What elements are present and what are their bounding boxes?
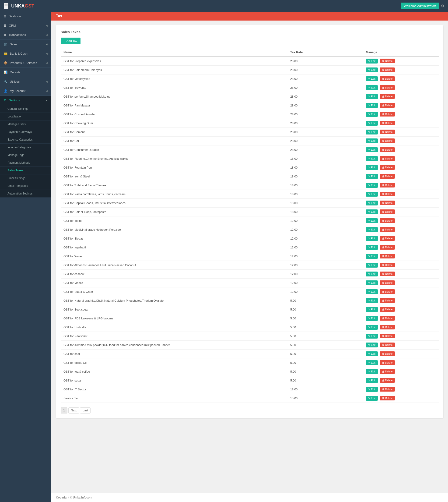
delete-button[interactable]: 🗑 Delete: [380, 112, 395, 117]
edit-button[interactable]: ✎ Edit: [366, 271, 378, 276]
edit-button[interactable]: ✎ Edit: [366, 369, 378, 374]
delete-button[interactable]: 🗑 Delete: [380, 334, 395, 338]
welcome-button[interactable]: Welcome Administrator!: [401, 2, 439, 9]
edit-button[interactable]: ✎ Edit: [366, 289, 378, 294]
edit-button[interactable]: ✎ Edit: [366, 85, 378, 90]
topbar-settings-icon[interactable]: ⚙: [441, 4, 444, 8]
edit-button[interactable]: ✎ Edit: [366, 156, 378, 161]
delete-button[interactable]: 🗑 Delete: [380, 103, 395, 108]
submenu-automation-settings[interactable]: Automation Settings: [0, 190, 51, 198]
submenu-general-settings[interactable]: General Settings: [0, 105, 51, 113]
submenu-sales-taxes[interactable]: Sales Taxes: [0, 167, 51, 174]
sidebar-item-settings[interactable]: ⚙ Settings ▼: [0, 96, 51, 105]
submenu-email-settings[interactable]: Email Settings: [0, 174, 51, 182]
edit-button[interactable]: ✎ Edit: [366, 236, 378, 241]
delete-button[interactable]: 🗑 Delete: [380, 387, 395, 392]
add-tax-button[interactable]: + Add Tax: [61, 38, 80, 44]
submenu-income-categories[interactable]: Income Categories: [0, 144, 51, 151]
submenu-localisation[interactable]: Localisation: [0, 113, 51, 120]
delete-button[interactable]: 🗑 Delete: [380, 138, 395, 143]
delete-button[interactable]: 🗑 Delete: [380, 121, 395, 125]
delete-button[interactable]: 🗑 Delete: [380, 298, 395, 303]
edit-button[interactable]: ✎ Edit: [366, 94, 378, 99]
delete-button[interactable]: 🗑 Delete: [380, 165, 395, 170]
sidebar-item-reports[interactable]: 📊 Reports: [0, 68, 51, 77]
edit-button[interactable]: ✎ Edit: [366, 254, 378, 259]
edit-button[interactable]: ✎ Edit: [366, 396, 378, 401]
delete-button[interactable]: 🗑 Delete: [380, 245, 395, 250]
submenu-manage-tags[interactable]: Manage Tags: [0, 151, 51, 159]
page-next-button[interactable]: Next: [68, 407, 79, 414]
sidebar-item-crm[interactable]: ☰ CRM ◀: [0, 21, 51, 30]
edit-button[interactable]: ✎ Edit: [366, 130, 378, 134]
edit-button[interactable]: ✎ Edit: [366, 183, 378, 188]
edit-button[interactable]: ✎ Edit: [366, 351, 378, 356]
submenu-expense-categories[interactable]: Expense Categories: [0, 136, 51, 144]
edit-button[interactable]: ✎ Edit: [366, 280, 378, 285]
delete-button[interactable]: 🗑 Delete: [380, 360, 395, 365]
delete-button[interactable]: 🗑 Delete: [380, 307, 395, 312]
sidebar-item-dashboard[interactable]: ⊞ Dashboard: [0, 12, 51, 21]
edit-button[interactable]: ✎ Edit: [366, 201, 378, 205]
edit-button[interactable]: ✎ Edit: [366, 316, 378, 321]
delete-button[interactable]: 🗑 Delete: [380, 369, 395, 374]
edit-button[interactable]: ✎ Edit: [366, 263, 378, 268]
delete-button[interactable]: 🗑 Delete: [380, 67, 395, 72]
edit-button[interactable]: ✎ Edit: [366, 103, 378, 108]
edit-button[interactable]: ✎ Edit: [366, 138, 378, 143]
delete-button[interactable]: 🗑 Delete: [380, 325, 395, 329]
delete-button[interactable]: 🗑 Delete: [380, 316, 395, 320]
edit-button[interactable]: ✎ Edit: [366, 67, 378, 72]
sidebar-item-utilities[interactable]: 🔧 Utilities ◀: [0, 77, 51, 86]
edit-button[interactable]: ✎ Edit: [366, 343, 378, 347]
delete-button[interactable]: 🗑 Delete: [380, 343, 395, 347]
delete-button[interactable]: 🗑 Delete: [380, 254, 395, 258]
edit-button[interactable]: ✎ Edit: [366, 218, 378, 223]
edit-button[interactable]: ✎ Edit: [366, 334, 378, 338]
delete-button[interactable]: 🗑 Delete: [380, 289, 395, 294]
delete-button[interactable]: 🗑 Delete: [380, 94, 395, 99]
delete-button[interactable]: 🗑 Delete: [380, 351, 395, 356]
edit-button[interactable]: ✎ Edit: [366, 325, 378, 330]
delete-button[interactable]: 🗑 Delete: [380, 378, 395, 383]
delete-button[interactable]: 🗑 Delete: [380, 59, 395, 63]
delete-button[interactable]: 🗑 Delete: [380, 130, 395, 134]
edit-button[interactable]: ✎ Edit: [366, 192, 378, 197]
page-last-button[interactable]: Last: [80, 407, 91, 414]
hamburger-icon[interactable]: ☰: [4, 3, 8, 9]
submenu-payment-gateways[interactable]: Payment Gateways: [0, 128, 51, 136]
edit-button[interactable]: ✎ Edit: [366, 165, 378, 170]
submenu-manage-users[interactable]: Manage Users: [0, 120, 51, 128]
sidebar-item-my-account[interactable]: 👤 My Account ◀: [0, 86, 51, 96]
edit-button[interactable]: ✎ Edit: [366, 227, 378, 232]
delete-button[interactable]: 🗑 Delete: [380, 85, 395, 90]
edit-button[interactable]: ✎ Edit: [366, 298, 378, 303]
edit-button[interactable]: ✎ Edit: [366, 387, 378, 392]
edit-button[interactable]: ✎ Edit: [366, 112, 378, 117]
delete-button[interactable]: 🗑 Delete: [380, 280, 395, 285]
edit-button[interactable]: ✎ Edit: [366, 209, 378, 214]
delete-button[interactable]: 🗑 Delete: [380, 227, 395, 232]
delete-button[interactable]: 🗑 Delete: [380, 201, 395, 205]
delete-button[interactable]: 🗑 Delete: [380, 263, 395, 267]
edit-button[interactable]: ✎ Edit: [366, 59, 378, 64]
sidebar-item-products-services[interactable]: 📦 Products & Services ◀: [0, 58, 51, 68]
submenu-email-templates[interactable]: Email Templates: [0, 182, 51, 190]
edit-button[interactable]: ✎ Edit: [366, 360, 378, 365]
delete-button[interactable]: 🗑 Delete: [380, 236, 395, 241]
sidebar-item-bank-cash[interactable]: 💳 Bank & Cash ◀: [0, 49, 51, 58]
sidebar-item-transactions[interactable]: ⇅ Transactions ◀: [0, 30, 51, 40]
sidebar-item-sales[interactable]: 🛒 Sales ◀: [0, 40, 51, 49]
edit-button[interactable]: ✎ Edit: [366, 121, 378, 126]
edit-button[interactable]: ✎ Edit: [366, 307, 378, 312]
delete-button[interactable]: 🗑 Delete: [380, 174, 395, 179]
edit-button[interactable]: ✎ Edit: [366, 245, 378, 250]
delete-button[interactable]: 🗑 Delete: [380, 156, 395, 161]
delete-button[interactable]: 🗑 Delete: [380, 218, 395, 223]
delete-button[interactable]: 🗑 Delete: [380, 192, 395, 196]
edit-button[interactable]: ✎ Edit: [366, 147, 378, 152]
edit-button[interactable]: ✎ Edit: [366, 76, 378, 81]
submenu-payment-methods[interactable]: Payment Methods: [0, 159, 51, 167]
edit-button[interactable]: ✎ Edit: [366, 174, 378, 179]
page-1-button[interactable]: 1: [61, 407, 67, 414]
